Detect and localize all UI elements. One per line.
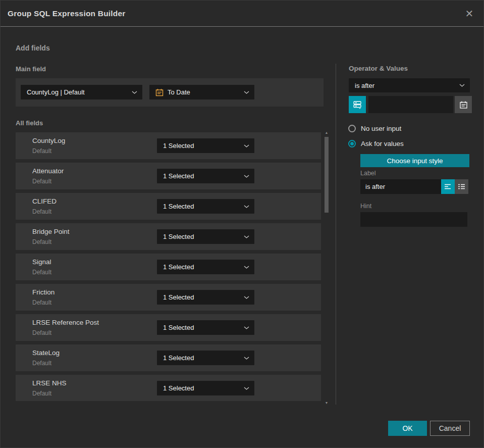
calendar-icon xyxy=(459,101,468,109)
field-selected-dropdown[interactable]: 1 Selected xyxy=(157,290,254,305)
all-fields-list: CountyLog Default 1 Selected Attenuator … xyxy=(16,132,321,401)
chevron-down-icon xyxy=(244,266,249,269)
fields-list-scrollbar: ▲ ▼ xyxy=(324,130,330,405)
radio-ask-for-values[interactable]: Ask for values xyxy=(348,140,404,147)
field-selected-dropdown[interactable]: 1 Selected xyxy=(157,138,254,153)
cancel-button[interactable]: Cancel xyxy=(430,421,470,436)
label-caption: Label xyxy=(360,170,376,177)
field-subtype: Default xyxy=(32,269,51,276)
dialog-titlebar: Group SQL Expression Builder ✕ xyxy=(1,1,483,27)
field-subtype: Default xyxy=(32,360,51,367)
label-input[interactable] xyxy=(360,179,441,194)
field-name: LRSE NHS xyxy=(32,379,67,387)
field-name: Attenuator xyxy=(32,167,64,175)
field-subtype: Default xyxy=(32,147,51,155)
add-fields-heading: Add fields xyxy=(16,44,50,52)
field-row: LRSE Reference Post Default 1 Selected xyxy=(16,314,321,341)
field-selected-value: 1 Selected xyxy=(163,263,194,271)
scrollbar-thumb[interactable] xyxy=(325,137,329,213)
field-subtype: Default xyxy=(32,329,51,336)
field-row: CLIFED Default 1 Selected xyxy=(16,193,321,220)
all-fields-label: All fields xyxy=(16,119,43,127)
field-subtype: Default xyxy=(32,208,51,215)
calendar-picker-button[interactable] xyxy=(455,96,472,113)
single-line-style-button[interactable] xyxy=(441,179,455,194)
choose-input-style-button[interactable]: Choose input style xyxy=(360,154,469,167)
chevron-down-icon xyxy=(459,84,465,87)
set-from-values-button[interactable] xyxy=(349,96,366,113)
field-subtype: Default xyxy=(32,390,51,397)
main-field-select[interactable]: CountyLog | Default xyxy=(21,85,142,99)
group-sql-expression-builder-dialog: Group SQL Expression Builder ✕ Add field… xyxy=(0,0,484,448)
field-subtype: Default xyxy=(32,238,51,245)
radio-no-user-input[interactable]: No user input xyxy=(348,125,401,132)
ok-button[interactable]: OK xyxy=(388,421,427,436)
operator-select-value: is after xyxy=(355,82,374,89)
chevron-down-icon xyxy=(244,91,249,94)
field-name: Friction xyxy=(32,288,55,296)
field-row: Friction Default 1 Selected xyxy=(16,284,321,311)
field-selected-value: 1 Selected xyxy=(163,233,194,240)
field-name: Signal xyxy=(32,258,51,266)
value-input[interactable] xyxy=(368,96,453,113)
vertical-divider xyxy=(336,64,336,405)
field-selected-value: 1 Selected xyxy=(163,384,194,392)
radio-selected-icon xyxy=(348,140,356,147)
field-row: Signal Default 1 Selected xyxy=(16,254,321,280)
field-selected-dropdown[interactable]: 1 Selected xyxy=(157,351,254,365)
chevron-down-icon xyxy=(244,144,249,147)
field-row: LRSE NHS Default 1 Selected xyxy=(16,375,321,401)
chevron-down-icon xyxy=(244,175,249,178)
field-name: StateLog xyxy=(32,349,60,357)
radio-unselected-icon xyxy=(348,125,356,132)
chevron-down-icon xyxy=(132,91,137,94)
field-row: Attenuator Default 1 Selected xyxy=(16,163,321,189)
field-row: Bridge Point Default 1 Selected xyxy=(16,223,321,250)
field-name: LRSE Reference Post xyxy=(32,319,99,326)
field-selected-dropdown[interactable]: 1 Selected xyxy=(157,260,254,274)
field-selected-value: 1 Selected xyxy=(163,354,194,362)
chevron-down-icon xyxy=(244,205,249,208)
hint-input[interactable] xyxy=(360,212,467,227)
main-field-select-value: CountyLog | Default xyxy=(27,88,85,96)
date-type-select[interactable]: To Date xyxy=(149,85,254,99)
chevron-down-icon xyxy=(244,387,249,390)
main-field-panel: CountyLog | Default To Date xyxy=(16,78,324,107)
field-row: StateLog Default 1 Selected xyxy=(16,344,321,371)
scrollbar-up-icon[interactable]: ▲ xyxy=(324,130,330,135)
list-style-button[interactable] xyxy=(455,179,468,194)
chevron-down-icon xyxy=(244,326,249,329)
radio-no-user-input-label: No user input xyxy=(361,125,401,132)
operator-select[interactable]: is after xyxy=(349,78,470,92)
field-selected-dropdown[interactable]: 1 Selected xyxy=(157,229,254,244)
list-icon xyxy=(458,183,465,190)
close-icon[interactable]: ✕ xyxy=(463,8,475,20)
main-field-label: Main field xyxy=(16,65,46,73)
field-selected-value: 1 Selected xyxy=(163,142,194,150)
field-selected-value: 1 Selected xyxy=(163,203,194,210)
field-subtype: Default xyxy=(32,178,51,185)
field-selected-dropdown[interactable]: 1 Selected xyxy=(157,199,254,214)
chevron-down-icon xyxy=(244,235,249,238)
field-selected-dropdown[interactable]: 1 Selected xyxy=(157,320,254,335)
field-name: Bridge Point xyxy=(32,228,70,235)
field-name: CountyLog xyxy=(32,137,65,144)
field-selected-dropdown[interactable]: 1 Selected xyxy=(157,381,254,395)
chevron-down-icon xyxy=(244,296,249,299)
scrollbar-down-icon[interactable]: ▼ xyxy=(324,400,330,405)
field-name: CLIFED xyxy=(32,197,57,205)
calendar-icon xyxy=(155,88,164,96)
field-selected-value: 1 Selected xyxy=(163,172,194,180)
field-subtype: Default xyxy=(32,299,51,306)
field-row: CountyLog Default 1 Selected xyxy=(16,132,321,159)
date-type-select-value: To Date xyxy=(168,88,190,96)
chevron-down-icon xyxy=(244,357,249,360)
align-left-icon xyxy=(444,183,452,190)
field-selected-value: 1 Selected xyxy=(163,293,194,301)
operator-values-heading: Operator & Values xyxy=(349,65,408,72)
stacked-values-icon xyxy=(353,100,362,109)
radio-ask-for-values-label: Ask for values xyxy=(361,140,404,147)
hint-caption: Hint xyxy=(360,203,371,210)
field-selected-dropdown[interactable]: 1 Selected xyxy=(157,169,254,183)
dialog-title: Group SQL Expression Builder xyxy=(8,9,126,18)
